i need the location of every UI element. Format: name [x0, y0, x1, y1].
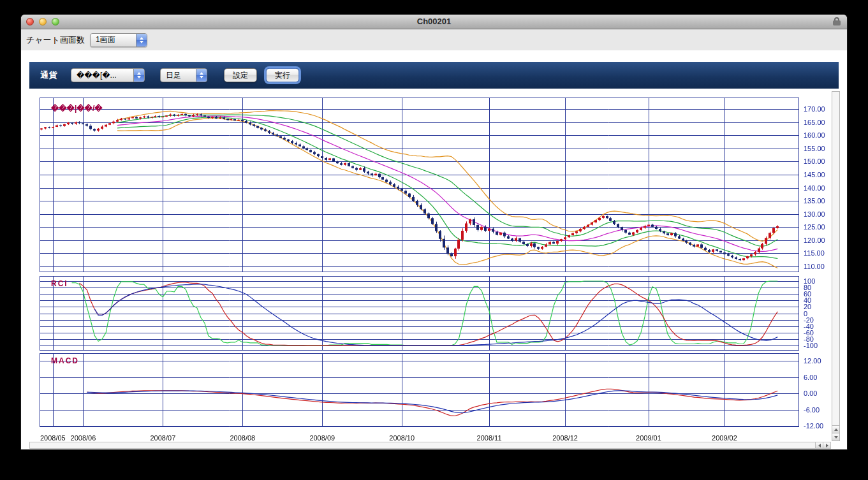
desktop: Ch00201 チャート画面数 1画面 通貨 ���[�... 日足 — [0, 0, 868, 480]
chart-canvas[interactable] — [29, 91, 832, 441]
scroll-down-button[interactable] — [832, 433, 839, 440]
screen-count-value: 1画面 — [91, 34, 136, 47]
currency-select[interactable]: ���[�... — [71, 68, 145, 82]
y-axis-label: 170.00 — [804, 105, 832, 113]
y-axis-label: 125.00 — [804, 223, 832, 231]
y-axis-label: 165.00 — [804, 119, 832, 126]
y-axis-label: 145.00 — [804, 171, 832, 178]
y-axis-label: -6.00 — [804, 406, 832, 414]
macd-panel-label: MACD — [51, 356, 79, 365]
y-axis-label: 160.00 — [804, 131, 832, 139]
x-axis-label: 2009/02 — [705, 434, 744, 442]
x-axis-label: 2008/09 — [303, 434, 341, 442]
y-axis-label: 115.00 — [804, 249, 832, 257]
close-button[interactable] — [26, 18, 34, 25]
scroll-up-button[interactable] — [832, 425, 839, 433]
y-axis-label: 150.00 — [804, 157, 832, 165]
x-axis-label: 2008/08 — [223, 434, 261, 442]
x-axis-label: 2009/01 — [629, 434, 668, 442]
run-button[interactable]: 実行 — [266, 68, 299, 82]
pair-label: ���|��/� — [51, 104, 103, 113]
settings-button[interactable]: 設定 — [224, 68, 257, 82]
x-axis-label: 2008/06 — [64, 434, 102, 442]
y-axis-label: 135.00 — [804, 197, 832, 205]
minimize-button[interactable] — [39, 18, 47, 25]
chart-toolbar: 通貨 ���[�... 日足 設定 実行 — [29, 62, 839, 89]
stepper-arrows-icon — [133, 69, 144, 82]
screen-count-select[interactable]: 1画面 — [90, 33, 147, 47]
y-axis-label: 110.00 — [804, 263, 832, 270]
window-titlebar[interactable]: Ch00201 — [21, 15, 847, 29]
y-axis-label: -100 — [804, 342, 832, 349]
y-axis-label: 6.00 — [804, 374, 832, 381]
currency-value: ���[�... — [71, 69, 133, 82]
screen-count-label: チャート画面数 — [26, 34, 85, 46]
scroll-right-button[interactable] — [823, 442, 830, 448]
chart-count-toolbar: チャート画面数 1画面 — [21, 29, 847, 50]
x-axis-label: 2008/07 — [143, 434, 182, 442]
traffic-lights — [26, 18, 59, 25]
timeframe-select[interactable]: 日足 — [160, 68, 207, 82]
x-axis-label: 2008/12 — [546, 434, 584, 442]
lock-icon — [833, 17, 841, 26]
chart-region: ���|��/� RCI MACD 170.00165.00160.00155.… — [29, 91, 832, 441]
y-axis-label: -12.00 — [804, 422, 832, 430]
x-axis-label: 2008/10 — [383, 434, 421, 442]
scroll-left-button[interactable] — [815, 442, 823, 448]
window-title: Ch00201 — [21, 17, 847, 26]
y-axis-label: 140.00 — [804, 184, 832, 192]
y-axis-label: 12.00 — [804, 357, 832, 365]
rci-panel-label: RCI — [51, 279, 68, 288]
y-axis-label: 0.00 — [804, 389, 832, 397]
stepper-arrows-icon — [196, 69, 207, 82]
window-content: 通貨 ���[�... 日足 設定 実行 ���|��/� RCI MACD 1… — [21, 50, 847, 449]
zoom-button[interactable] — [52, 18, 59, 25]
y-axis-label: 130.00 — [804, 210, 832, 218]
vertical-scrollbar[interactable] — [832, 91, 840, 441]
y-axis-label: 155.00 — [804, 145, 832, 152]
y-axis-label: 120.00 — [804, 236, 832, 244]
timeframe-value: 日足 — [161, 69, 196, 82]
horizontal-scrollbar[interactable] — [29, 442, 831, 449]
currency-label: 通貨 — [40, 69, 58, 81]
x-axis-label: 2008/11 — [470, 434, 508, 442]
app-window: Ch00201 チャート画面数 1画面 通貨 ���[�... 日足 — [21, 15, 847, 449]
stepper-arrows-icon — [136, 34, 147, 47]
